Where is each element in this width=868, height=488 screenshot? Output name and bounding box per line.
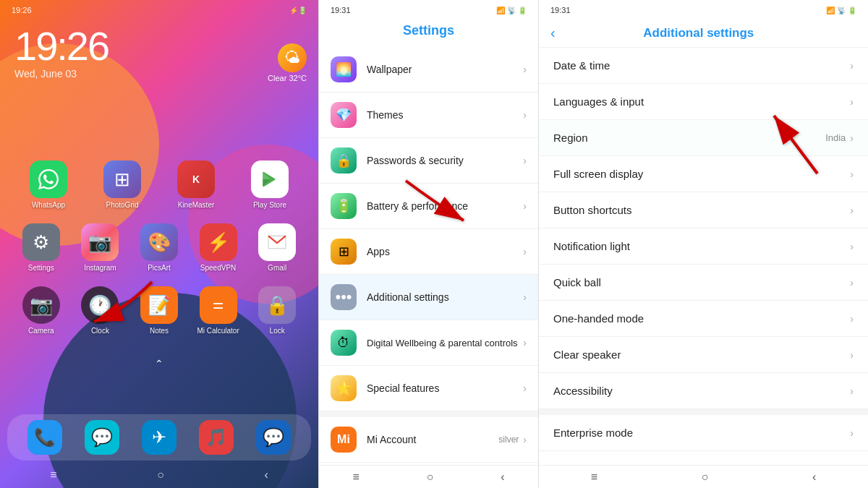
settings-label: Settings <box>28 264 54 272</box>
calculator-icon: = <box>200 286 237 324</box>
speaker-label: Clear speaker <box>553 348 850 361</box>
nav-menu-3[interactable]: ≡ <box>591 471 597 484</box>
region-chevron: › <box>850 132 854 144</box>
instagram-icon: 📷 <box>81 223 119 261</box>
status-time: 19:26 <box>12 6 32 14</box>
dock-messages[interactable]: 💬 <box>85 420 119 455</box>
quickball-label: Quick ball <box>553 276 850 288</box>
app-instagram[interactable]: 📷 Instagram <box>74 223 126 272</box>
app-speedvpn[interactable]: ⚡ SpeedVPN <box>192 223 244 272</box>
add-settings-item-enterprise[interactable]: Enterprise mode › <box>539 415 868 451</box>
settings-list: 🌅 Wallpaper › 💎 Themes › 🔒 Passwords & s… <box>319 47 538 477</box>
kinemaster-label: KineMaster <box>178 201 215 209</box>
phone3-additional-settings: 19:31 📶 📡 🔋 ‹ Additional settings Date &… <box>539 0 868 488</box>
kinemaster-icon: K <box>177 160 215 198</box>
whatsapp-label: WhatsApp <box>32 201 65 209</box>
themes-label: Themes <box>367 109 523 121</box>
settings-item-digital[interactable]: ⏱ Digital Wellbeing & parental controls … <box>319 320 538 366</box>
enterprise-chevron: › <box>850 427 854 439</box>
nav-home[interactable]: ○ <box>157 468 164 481</box>
buttons-label: Button shortcuts <box>553 204 850 216</box>
settings-icon: ⚙ <box>22 223 60 261</box>
battery-chevron: › <box>523 200 527 212</box>
additional-icon: ••• <box>331 284 357 310</box>
settings-item-wallpaper[interactable]: 🌅 Wallpaper › <box>319 47 538 93</box>
apps-icon: ⊞ <box>331 239 357 265</box>
add-settings-item-accessibility[interactable]: Accessibility › <box>539 373 868 409</box>
nav-home-2[interactable]: ○ <box>427 471 434 484</box>
app-playstore[interactable]: Play Store <box>244 160 296 209</box>
fullscreen-chevron: › <box>850 168 854 180</box>
themes-chevron: › <box>523 109 527 121</box>
section-divider-1 <box>319 411 538 417</box>
settings-item-mi[interactable]: Mi Mi Account silver › <box>319 417 538 463</box>
app-picsart[interactable]: 🎨 PicsArt <box>133 223 185 272</box>
battery-status-icon: 🔋 <box>518 7 527 14</box>
quickball-chevron: › <box>850 277 854 288</box>
additional-settings-header: ‹ Additional settings <box>539 17 868 48</box>
back-arrow[interactable]: ‹ <box>550 25 556 41</box>
battery-icon: ⚡🔋 <box>289 7 307 14</box>
settings-status-time: 19:31 <box>331 6 351 14</box>
settings-status-icons: 📶 📡 🔋 <box>496 7 527 14</box>
page-indicator: ⌃ <box>0 358 318 369</box>
app-row-2: ⚙ Settings 📷 Instagram 🎨 PicsArt ⚡ Speed… <box>12 223 307 272</box>
app-kinemaster[interactable]: K KineMaster <box>170 160 222 209</box>
accessibility-chevron: › <box>850 385 854 397</box>
add-settings-item-quickball[interactable]: Quick ball › <box>539 265 868 301</box>
dock-telegram[interactable]: ✈ <box>142 420 176 455</box>
add-settings-item-buttons[interactable]: Button shortcuts › <box>539 192 868 228</box>
nav-back-2[interactable]: ‹ <box>501 471 504 484</box>
nav-back[interactable]: ‹ <box>264 468 268 481</box>
phone1-home-screen: 19:26 ⚡🔋 19:26 Wed, June 03 🌤 Clear 32°C… <box>0 0 318 488</box>
wifi-icon: 📡 <box>507 7 516 14</box>
add-settings-item-datetime[interactable]: Date & time › <box>539 48 868 84</box>
nav-back-3[interactable]: ‹ <box>812 471 816 484</box>
settings-nav: ≡ ○ ‹ <box>319 465 538 488</box>
app-calculator[interactable]: = Mi Calculator <box>192 286 244 335</box>
nav-menu-2[interactable]: ≡ <box>352 471 359 484</box>
enterprise-label: Enterprise mode <box>553 427 850 439</box>
settings-item-themes[interactable]: 💎 Themes › <box>319 93 538 138</box>
speedvpn-icon: ⚡ <box>200 223 237 261</box>
dock-phone[interactable]: 📞 <box>27 420 62 455</box>
passwords-label: Passwords & security <box>367 155 523 166</box>
wallpaper-chevron: › <box>523 64 527 75</box>
app-settings[interactable]: ⚙ Settings <box>15 223 67 272</box>
gmail-icon <box>258 223 296 261</box>
nav-menu[interactable]: ≡ <box>50 468 56 481</box>
app-gmail[interactable]: Gmail <box>251 223 303 272</box>
app-photogrid[interactable]: ⊞ PhotoGrid <box>96 160 148 209</box>
settings-status-bar: 19:31 📶 📡 🔋 <box>319 0 538 17</box>
add-settings-item-onehanded[interactable]: One-handed mode › <box>539 301 868 337</box>
apps-label: Apps <box>367 246 523 257</box>
playstore-label: Play Store <box>253 201 286 209</box>
additional-label: Additional settings <box>367 291 523 303</box>
dock-chat[interactable]: 💬 <box>256 420 291 455</box>
settings-title: Settings <box>319 17 538 47</box>
app-camera[interactable]: 📷 Camera <box>15 286 67 335</box>
dock: 📞 💬 ✈ 🎵 💬 <box>7 414 311 461</box>
passwords-chevron: › <box>523 155 527 166</box>
add-settings-status-bar: 19:31 📶 📡 🔋 <box>539 0 868 17</box>
accessibility-label: Accessibility <box>553 385 850 397</box>
app-whatsapp[interactable]: WhatsApp <box>22 160 75 209</box>
mi-chevron: › <box>523 434 527 445</box>
settings-item-additional[interactable]: ••• Additional settings › <box>319 275 538 320</box>
clock-time: 19:26 <box>14 26 304 67</box>
apps-chevron: › <box>523 246 527 257</box>
picsart-icon: 🎨 <box>140 223 178 261</box>
camera-icon: 📷 <box>22 286 60 324</box>
dock-music[interactable]: 🎵 <box>199 420 234 455</box>
add-settings-item-speaker[interactable]: Clear speaker › <box>539 337 868 373</box>
nav-bar: ≡ ○ ‹ <box>0 462 318 488</box>
settings-item-special[interactable]: ⭐ Special features › <box>319 366 538 411</box>
speedvpn-label: SpeedVPN <box>200 264 236 272</box>
add-settings-status-time: 19:31 <box>550 6 571 14</box>
section-divider-2 <box>539 409 868 415</box>
signal-icon: 📶 <box>496 7 505 14</box>
nav-home-3[interactable]: ○ <box>702 471 709 484</box>
app-lock[interactable]: 🔒 Lock <box>251 286 303 335</box>
playstore-icon <box>251 160 289 198</box>
add-settings-item-notiflight[interactable]: Notification light › <box>539 228 868 265</box>
